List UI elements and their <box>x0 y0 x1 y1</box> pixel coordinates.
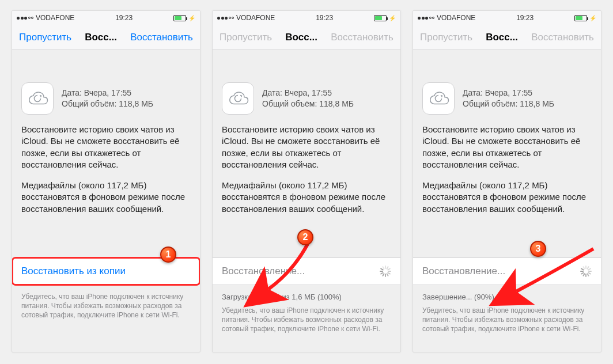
download-progress: Загрузка: 1,6 МБ из 1,6 МБ (100%) <box>222 292 391 306</box>
skip-button[interactable]: Пропустить <box>19 32 71 43</box>
backup-size: Общий объём: 118,8 МБ <box>62 98 153 109</box>
footer-area: Завершение... (90%) Убедитесь, что ваш i… <box>413 289 601 333</box>
description-p2: Медиафайлы (около 117,2 МБ) восстановятс… <box>422 180 592 215</box>
restoring-status: Восстановление... <box>413 257 601 285</box>
restoring-label: Восстановление... <box>222 266 305 277</box>
description-p1: Восстановите историю своих чатов из iClo… <box>222 124 391 170</box>
annotation-badge-2: 2 <box>297 229 313 245</box>
backup-size: Общий объём: 118,8 МБ <box>262 98 354 109</box>
restore-button[interactable]: Восстановить <box>130 32 193 43</box>
phone-screen-3: VODAFONE 19:23 ⚡ Пропустить Восс... Восс… <box>413 10 601 352</box>
phone-screen-1: VODAFONE 19:23 ⚡ Пропустить Восс... Восс… <box>12 10 200 352</box>
description: Восстановите историю своих чатов из iClo… <box>413 115 601 215</box>
skip-button: Пропустить <box>420 32 472 43</box>
backup-date: Дата: Вчера, 17:55 <box>262 88 354 98</box>
carrier-label: VODAFONE <box>236 14 275 22</box>
footer-hint: Убедитесь, что ваш iPhone подключен к ис… <box>222 306 391 334</box>
spinner-icon <box>380 266 391 277</box>
nav-bar: Пропустить Восс... Восстановить <box>413 25 601 50</box>
restore-button: Восстановить <box>331 32 393 43</box>
status-bar: VODAFONE 19:23 ⚡ <box>413 11 601 25</box>
status-time: 19:23 <box>115 14 133 22</box>
nav-title: Восс... <box>85 32 117 43</box>
charging-icon: ⚡ <box>589 15 596 21</box>
signal-icon <box>418 17 434 20</box>
backup-date: Дата: Вчера, 17:55 <box>463 88 554 98</box>
annotation-badge-3: 3 <box>530 241 546 257</box>
backup-info: Дата: Вчера, 17:55 Общий объём: 118,8 МБ <box>12 82 200 115</box>
status-time: 19:23 <box>316 14 333 22</box>
nav-title: Восс... <box>285 32 317 43</box>
restoring-status: Восстановление... <box>213 257 400 285</box>
status-bar: VODAFONE 19:23 ⚡ <box>12 11 200 25</box>
restore-from-copy-label: Восстановить из копии <box>21 266 126 277</box>
cloud-restore-icon <box>222 82 254 115</box>
spinner-icon <box>580 266 592 277</box>
backup-date: Дата: Вчера, 17:55 <box>62 88 153 98</box>
description: Восстановите историю своих чатов из iClo… <box>213 115 400 215</box>
description-p2: Медиафайлы (около 117,2 МБ) восстановятс… <box>21 180 191 215</box>
backup-info: Дата: Вчера, 17:55 Общий объём: 118,8 МБ <box>413 82 601 115</box>
battery-icon <box>374 15 387 21</box>
nav-bar: Пропустить Восс... Восстановить <box>213 25 400 50</box>
finishing-progress: Завершение... (90%) <box>422 292 592 306</box>
skip-button: Пропустить <box>220 32 272 43</box>
backup-size: Общий объём: 118,8 МБ <box>463 98 554 109</box>
restore-button: Восстановить <box>531 32 594 43</box>
description-p2: Медиафайлы (около 117,2 МБ) восстановятс… <box>222 180 391 215</box>
restoring-label: Восстановление... <box>422 266 505 277</box>
status-bar: VODAFONE 19:23 ⚡ <box>213 11 400 25</box>
nav-title: Восс... <box>486 32 518 43</box>
battery-icon <box>574 15 587 21</box>
carrier-label: VODAFONE <box>36 14 74 22</box>
signal-icon <box>217 17 234 20</box>
battery-icon <box>173 15 186 21</box>
cloud-restore-icon <box>21 82 54 115</box>
description-p1: Восстановите историю своих чатов из iClo… <box>422 124 592 170</box>
phone-screen-2: VODAFONE 19:23 ⚡ Пропустить Восс... Восс… <box>212 10 401 352</box>
description-p1: Восстановите историю своих чатов из iClo… <box>21 124 191 170</box>
nav-bar: Пропустить Восс... Восстановить <box>12 25 200 50</box>
footer-hint: Убедитесь, что ваш iPhone подключен к ис… <box>422 306 592 334</box>
charging-icon: ⚡ <box>188 15 195 21</box>
footer-area: Загрузка: 1,6 МБ из 1,6 МБ (100%) Убедит… <box>213 289 400 333</box>
annotation-badge-1: 1 <box>160 247 176 263</box>
description: Восстановите историю своих чатов из iClo… <box>12 115 200 215</box>
status-time: 19:23 <box>516 14 533 22</box>
cloud-restore-icon <box>422 82 455 115</box>
charging-icon: ⚡ <box>389 15 396 21</box>
backup-info: Дата: Вчера, 17:55 Общий объём: 118,8 МБ <box>213 82 400 115</box>
carrier-label: VODAFONE <box>437 14 475 22</box>
footer-hint: Убедитесь, что ваш iPhone подключен к ис… <box>12 289 200 320</box>
signal-icon <box>17 17 33 20</box>
